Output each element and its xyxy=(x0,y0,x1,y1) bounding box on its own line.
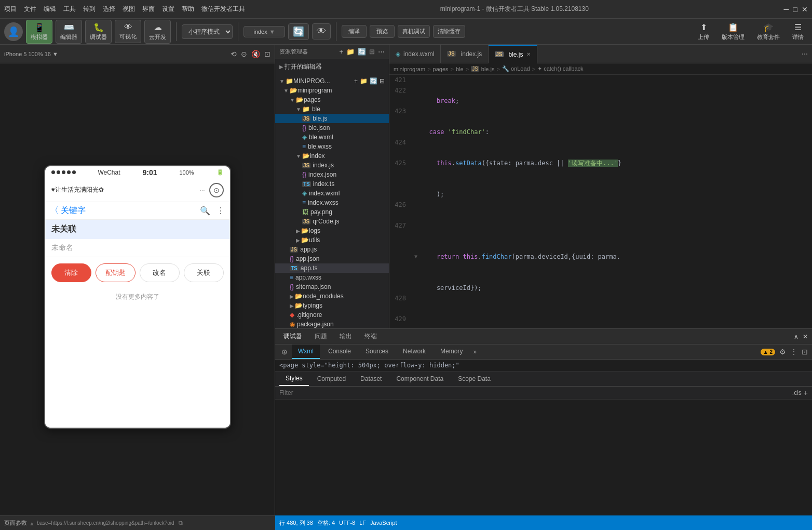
index-ts-file[interactable]: TS index.ts xyxy=(275,179,389,189)
filter-add-icon[interactable]: + xyxy=(804,389,808,397)
phone-connect-button[interactable]: 关联 xyxy=(184,263,224,282)
preview-button[interactable]: 预览 xyxy=(370,25,395,38)
logs-folder[interactable]: ▶ 📂 logs xyxy=(275,226,389,235)
output-toolbar-item[interactable]: 输出 xyxy=(335,331,356,342)
debug-cursor-icon[interactable]: ⊕ xyxy=(279,344,290,359)
filter-input[interactable] xyxy=(279,389,792,396)
editor-content[interactable]: 421 422 423 424 425 426 427 xyxy=(389,75,812,328)
node-modules-folder[interactable]: ▶ 📂 node_modules xyxy=(275,292,389,301)
debugger-toolbar-item[interactable]: 调试器 xyxy=(279,331,306,342)
real-debug-button[interactable]: 真机调试 xyxy=(398,25,430,38)
terminal-toolbar-item[interactable]: 终端 xyxy=(360,331,381,342)
index-folder[interactable]: ▼ 📂 index xyxy=(275,151,389,161)
phone-rename-button[interactable]: 改名 xyxy=(140,263,180,282)
utils-folder[interactable]: ▶ 📂 utils xyxy=(275,235,389,245)
menu-brand[interactable]: 微信开发者工具 xyxy=(201,5,245,14)
new-file-icon[interactable]: + xyxy=(339,48,343,56)
ble-wxss-file[interactable]: ≡ ble.wxss xyxy=(275,142,389,151)
menu-help[interactable]: 帮助 xyxy=(182,5,194,14)
mode-select[interactable]: 小程序模式 xyxy=(182,24,233,39)
phone-more-icon[interactable]: ⋮ xyxy=(216,206,225,216)
ble-json-file[interactable]: {} ble.json xyxy=(275,123,389,132)
miniprogram-folder[interactable]: ▼ 📂 miniprogram xyxy=(275,86,389,95)
debug-settings-icon[interactable]: ⚙ xyxy=(779,348,786,356)
breadcrumb-ble-js[interactable]: ble.js xyxy=(481,66,495,72)
menu-file[interactable]: 文件 xyxy=(24,5,36,14)
more-options-icon[interactable]: ⋯ xyxy=(378,48,385,56)
phone-search-icon[interactable]: 🔍 xyxy=(200,206,210,216)
problems-toolbar-item[interactable]: 问题 xyxy=(310,331,331,342)
education-button[interactable]: 🎓 教育套件 xyxy=(753,20,784,43)
index-json-file[interactable]: {} index.json xyxy=(275,170,389,179)
version-button[interactable]: 📋 版本管理 xyxy=(718,20,749,43)
debug-tab-console[interactable]: Console xyxy=(322,344,357,359)
pages-folder[interactable]: ▼ 📂 pages xyxy=(275,95,389,104)
debug-tab-memory[interactable]: Memory xyxy=(434,344,469,359)
debug-tab-network[interactable]: Network xyxy=(397,344,432,359)
phone-config-button[interactable]: 配钥匙 xyxy=(96,263,136,282)
debug-tab-sources[interactable]: Sources xyxy=(359,344,395,359)
editor-button[interactable]: ⌨️ 编辑器 xyxy=(56,20,82,44)
upload-button[interactable]: ⬆ 上传 xyxy=(694,20,713,43)
compile-button[interactable]: 🔄 xyxy=(288,23,309,40)
package-json-file[interactable]: ◉ package.json xyxy=(275,320,389,329)
refresh-tree-icon[interactable]: 🔄 xyxy=(370,77,377,85)
debug-subtab-styles[interactable]: Styles xyxy=(279,372,309,386)
app-ts-file[interactable]: TS app.ts xyxy=(275,263,389,273)
menu-project[interactable]: 项目 xyxy=(4,5,17,14)
ble-js-close-icon[interactable]: ✕ xyxy=(526,51,531,57)
phone-screenshot-icon[interactable]: ⊙ xyxy=(241,50,247,58)
copy-url-icon[interactable]: ⧉ xyxy=(179,520,183,526)
miniprogram-root[interactable]: ▼ 📁 MINIPROG... + 📁 🔄 ⊟ xyxy=(275,76,389,86)
menu-view[interactable]: 视图 xyxy=(123,5,135,14)
phone-record-button[interactable]: ⊙ xyxy=(209,183,224,197)
close-button[interactable]: ✕ xyxy=(802,5,808,14)
index-js-file[interactable]: JS index.js xyxy=(275,161,389,170)
minimize-button[interactable]: ─ xyxy=(784,5,789,14)
phone-sound-icon[interactable]: 🔇 xyxy=(251,50,260,58)
cloud-button[interactable]: ☁ 云开发 xyxy=(144,20,171,44)
menu-settings[interactable]: 设置 xyxy=(162,5,174,14)
debug-tab-wxml[interactable]: Wxml xyxy=(292,344,320,359)
menu-edit[interactable]: 编辑 xyxy=(44,5,56,14)
details-button[interactable]: ☰ 详情 xyxy=(788,20,808,43)
menu-tools[interactable]: 工具 xyxy=(63,5,76,14)
breadcrumb-pages[interactable]: pages xyxy=(433,66,449,72)
breadcrumb-miniprogram[interactable]: miniprogram xyxy=(394,66,425,72)
debug-more-icon[interactable]: ⋮ xyxy=(790,348,797,356)
qrcode-js-file[interactable]: JS qrCode.js xyxy=(275,217,389,226)
visual-button[interactable]: 👁 可视化 xyxy=(115,20,141,43)
app-wxss-file[interactable]: ≡ app.wxss xyxy=(275,273,389,282)
debug-subtab-component-data[interactable]: Component Data xyxy=(390,372,450,386)
gitignore-file[interactable]: ◆ .gitignore xyxy=(275,310,389,320)
file-select[interactable]: index ▼ xyxy=(243,26,285,37)
menu-goto[interactable]: 转到 xyxy=(83,5,96,14)
sitemap-json-file[interactable]: {} sitemap.json xyxy=(275,282,389,292)
ble-wxml-file[interactable]: ◈ ble.wxml xyxy=(275,132,389,142)
debug-collapse-icon[interactable]: ∧ xyxy=(794,333,799,340)
add-file-icon[interactable]: + xyxy=(354,77,358,85)
menu-interface[interactable]: 界面 xyxy=(142,5,155,14)
open-editors-header[interactable]: ▶ 打开的编辑器 xyxy=(275,61,389,72)
tab-index-wxml[interactable]: ◈ index.wxml xyxy=(389,45,441,63)
debug-subtab-computed[interactable]: Computed xyxy=(311,372,352,386)
phone-expand-icon[interactable]: ⊡ xyxy=(264,50,270,58)
phone-rotate-icon[interactable]: ⟲ xyxy=(231,50,237,58)
typings-folder[interactable]: ▶ 📂 typings xyxy=(275,301,389,310)
filter-cls-button[interactable]: .cls xyxy=(792,389,802,396)
phone-clear-button[interactable]: 清除 xyxy=(51,263,91,282)
tab-ble-js[interactable]: JS ble.js ✕ xyxy=(489,45,537,63)
debug-fullscreen-icon[interactable]: ⊡ xyxy=(802,348,808,356)
ble-folder[interactable]: ▼ 📁 ble xyxy=(275,104,389,114)
debug-subtab-dataset[interactable]: Dataset xyxy=(354,372,388,386)
debug-subtab-scope-data[interactable]: Scope Data xyxy=(452,372,497,386)
collapse-tree-icon[interactable]: ⊟ xyxy=(380,77,385,85)
pay-png-file[interactable]: 🖼 pay.png xyxy=(275,207,389,217)
refresh-icon[interactable]: 🔄 xyxy=(358,48,366,56)
breadcrumb-catch[interactable]: ✦ catch() callback xyxy=(537,65,583,72)
tab-index-js[interactable]: JS index.js xyxy=(441,45,489,63)
menu-select[interactable]: 选择 xyxy=(103,5,115,14)
app-js-file[interactable]: JS app.js xyxy=(275,245,389,254)
ble-js-file[interactable]: JS ble.js xyxy=(275,114,389,123)
collapse-icon[interactable]: ⊟ xyxy=(369,48,375,56)
